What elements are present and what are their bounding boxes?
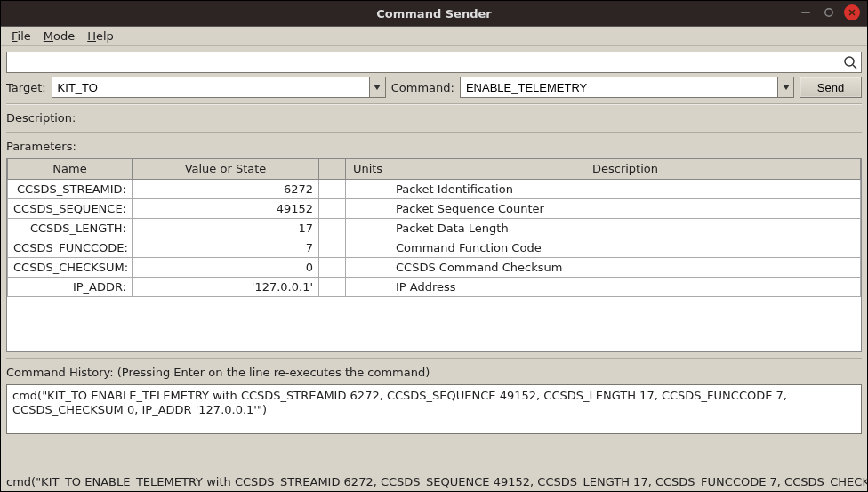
param-units (346, 257, 390, 277)
svg-point-1 (825, 9, 832, 16)
maximize-button[interactable] (821, 4, 837, 20)
param-name: CCSDS_SEQUENCE: (8, 198, 133, 218)
selector-row: Target: Command: Send (6, 77, 862, 98)
col-value-header[interactable]: Value or State (133, 159, 319, 179)
param-units (346, 218, 390, 238)
param-name: CCSDS_STREAMID: (8, 179, 133, 198)
command-input[interactable] (461, 77, 777, 97)
target-input[interactable] (52, 77, 369, 97)
search-box (6, 52, 862, 73)
close-button[interactable] (844, 4, 860, 20)
param-value[interactable]: 17 (133, 218, 319, 238)
minimize-button[interactable] (798, 4, 814, 20)
history-entry[interactable]: cmd("KIT_TO ENABLE_TELEMETRY with CCSDS_… (12, 389, 856, 418)
param-units (346, 179, 390, 198)
parameters-label: Parameters: (6, 138, 862, 155)
param-extra[interactable] (319, 277, 346, 296)
param-extra[interactable] (319, 179, 346, 198)
client-area: File Mode Help Target: (1, 26, 867, 491)
window-title: Command Sender (376, 7, 491, 20)
param-desc: Packet Identification (390, 179, 861, 198)
command-dropdown-button[interactable] (777, 77, 793, 97)
description-label: Description: (6, 109, 862, 126)
param-desc: Command Function Code (390, 238, 861, 257)
param-extra[interactable] (319, 257, 346, 277)
menu-file[interactable]: File (6, 28, 36, 44)
param-units (346, 277, 390, 296)
send-button[interactable]: Send (800, 77, 862, 98)
content: Target: Command: Send Description: (1, 46, 867, 472)
svg-marker-7 (783, 85, 790, 90)
param-value[interactable]: '127.0.0.1' (133, 277, 319, 296)
svg-point-4 (845, 57, 854, 66)
target-label: Target: (6, 81, 46, 94)
table-row: CCSDS_CHECKSUM:0CCSDS Command Checksum (8, 257, 861, 277)
table-row: CCSDS_FUNCCODE:7Command Function Code (8, 238, 861, 257)
app-window: Command Sender File Mode Help (0, 0, 868, 492)
param-value[interactable]: 49152 (133, 198, 319, 218)
param-value[interactable]: 7 (133, 238, 319, 257)
col-name-header[interactable]: Name (8, 159, 133, 179)
chevron-down-icon (374, 84, 381, 91)
history-box[interactable]: cmd("KIT_TO ENABLE_TELEMETRY with CCSDS_… (6, 384, 862, 434)
search-icon[interactable] (843, 55, 857, 72)
divider (6, 132, 862, 133)
param-extra[interactable] (319, 218, 346, 238)
divider (6, 358, 862, 359)
param-value[interactable]: 6272 (133, 179, 319, 198)
table-header-row: Name Value or State Units Description (8, 159, 861, 179)
param-name: CCSDS_CHECKSUM: (8, 257, 133, 277)
param-desc: CCSDS Command Checksum (390, 257, 861, 277)
search-row (6, 52, 862, 73)
target-dropdown-button[interactable] (369, 77, 385, 97)
svg-line-5 (853, 65, 856, 69)
table-row: CCSDS_SEQUENCE:49152Packet Sequence Coun… (8, 198, 861, 218)
parameters-table-wrap: Name Value or State Units Description CC… (6, 158, 862, 352)
param-value[interactable]: 0 (133, 257, 319, 277)
param-desc: IP Address (390, 277, 861, 296)
status-text: cmd("KIT_TO ENABLE_TELEMETRY with CCSDS_… (6, 475, 867, 488)
chevron-down-icon (783, 84, 790, 91)
table-row: CCSDS_STREAMID:6272Packet Identification (8, 179, 861, 198)
table-row: CCSDS_LENGTH:17Packet Data Length (8, 218, 861, 238)
col-units-header[interactable]: Units (346, 159, 390, 179)
col-desc-header[interactable]: Description (390, 159, 861, 179)
param-units (346, 238, 390, 257)
param-extra[interactable] (319, 198, 346, 218)
status-bar: cmd("KIT_TO ENABLE_TELEMETRY with CCSDS_… (1, 472, 867, 491)
svg-marker-6 (374, 85, 381, 90)
history-label: Command History: (Pressing Enter on the … (6, 364, 862, 381)
titlebar: Command Sender (1, 1, 867, 26)
param-desc: Packet Data Length (390, 218, 861, 238)
col-extra-header[interactable] (319, 159, 346, 179)
menubar: File Mode Help (1, 27, 867, 46)
parameters-table: Name Value or State Units Description CC… (7, 159, 861, 297)
command-combo[interactable] (460, 77, 794, 98)
param-extra[interactable] (319, 238, 346, 257)
param-name: CCSDS_LENGTH: (8, 218, 133, 238)
titlebar-controls (798, 4, 860, 20)
search-input[interactable] (7, 52, 840, 72)
param-name: IP_ADDR: (8, 277, 133, 296)
param-name: CCSDS_FUNCCODE: (8, 238, 133, 257)
param-desc: Packet Sequence Counter (390, 198, 861, 218)
menu-mode[interactable]: Mode (38, 28, 80, 44)
target-combo[interactable] (52, 77, 386, 98)
command-label: Command: (391, 81, 454, 94)
divider (6, 103, 862, 104)
param-units (346, 198, 390, 218)
menu-help[interactable]: Help (82, 28, 119, 44)
table-row: IP_ADDR:'127.0.0.1'IP Address (8, 277, 861, 296)
